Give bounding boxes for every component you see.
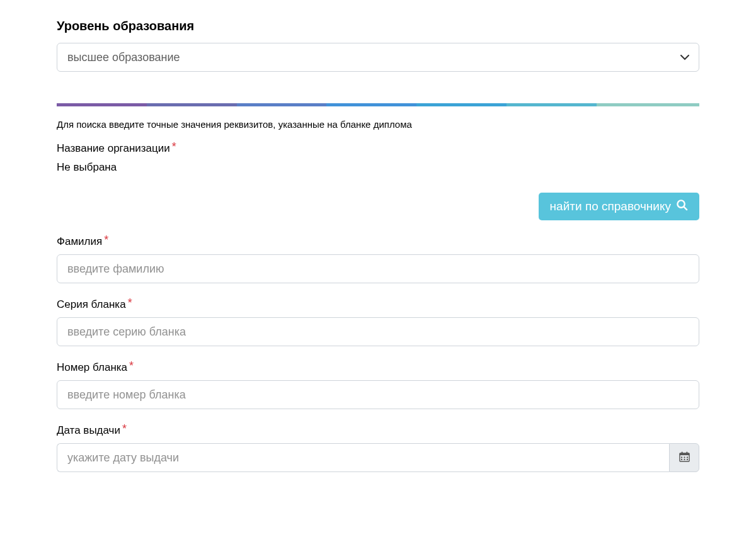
blank-series-label: Серия бланка — [57, 298, 126, 311]
svg-rect-11 — [686, 458, 687, 460]
blank-number-input[interactable] — [57, 380, 699, 409]
organization-group: Название организации * Не выбрана — [57, 133, 699, 174]
required-asterisk: * — [129, 359, 134, 373]
surname-group: Фамилия * — [57, 227, 699, 283]
svg-rect-10 — [684, 458, 685, 460]
issue-date-input[interactable] — [57, 443, 669, 472]
svg-rect-3 — [679, 453, 689, 454]
education-level-select[interactable]: высшее образование — [57, 43, 699, 72]
help-text: Для поиска введите точные значения рекви… — [57, 119, 699, 130]
organization-label-row: Название организации * — [57, 133, 699, 157]
blank-series-label-row: Серия бланка * — [57, 290, 699, 313]
education-level-group: Уровень образования высшее образование — [57, 19, 699, 72]
form-container: Уровень образования высшее образование Д… — [44, 0, 712, 497]
blank-number-group: Номер бланка * — [57, 353, 699, 409]
blank-series-input[interactable] — [57, 317, 699, 346]
education-level-label: Уровень образования — [57, 19, 699, 33]
surname-label: Фамилия — [57, 235, 102, 248]
issue-date-label-row: Дата выдачи * — [57, 415, 699, 439]
issue-date-group: Дата выдачи * — [57, 415, 699, 472]
calendar-picker-button[interactable] — [669, 443, 699, 472]
required-asterisk: * — [122, 422, 127, 436]
surname-label-row: Фамилия * — [57, 227, 699, 251]
svg-rect-8 — [686, 456, 687, 458]
svg-line-1 — [684, 207, 687, 210]
blank-series-group: Серия бланка * — [57, 290, 699, 346]
organization-label: Название организации — [57, 142, 170, 155]
gradient-divider — [57, 103, 699, 106]
svg-rect-6 — [681, 456, 682, 458]
organization-value: Не выбрана — [57, 161, 699, 174]
surname-input[interactable] — [57, 254, 699, 283]
lookup-directory-button[interactable]: найти по справочнику — [539, 193, 699, 220]
lookup-button-row: найти по справочнику — [57, 193, 699, 220]
blank-number-label-row: Номер бланка * — [57, 353, 699, 376]
calendar-icon — [679, 451, 690, 465]
search-icon — [676, 199, 688, 214]
lookup-button-label: найти по справочнику — [550, 200, 671, 213]
required-asterisk: * — [172, 140, 176, 154]
blank-number-label: Номер бланка — [57, 361, 127, 374]
svg-rect-4 — [681, 451, 682, 454]
svg-rect-7 — [684, 456, 685, 458]
education-level-select-wrapper: высшее образование — [57, 43, 699, 72]
required-asterisk: * — [128, 296, 132, 310]
issue-date-label: Дата выдачи — [57, 424, 120, 437]
svg-rect-9 — [681, 458, 682, 460]
issue-date-input-group — [57, 443, 699, 472]
required-asterisk: * — [104, 234, 108, 247]
svg-rect-5 — [686, 451, 687, 454]
